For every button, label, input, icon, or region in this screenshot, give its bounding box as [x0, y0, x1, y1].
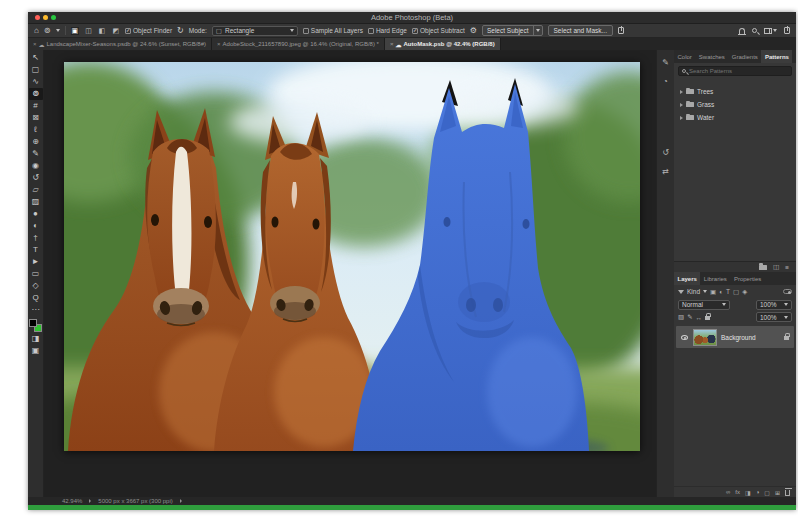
add-to-selection-mode-button[interactable]: ◫ — [84, 27, 93, 35]
search-icon[interactable] — [752, 28, 757, 33]
gear-icon[interactable]: ⚙ — [470, 26, 477, 36]
filter-toggle-switch[interactable] — [783, 289, 792, 294]
collapsed-panel-icon[interactable]: ↺ — [662, 148, 669, 157]
layer-mask-icon[interactable]: ◨ — [745, 489, 751, 496]
workspace-switcher[interactable] — [764, 28, 777, 34]
path-selection-tool[interactable]: ► — [29, 256, 43, 268]
quick-mask-button[interactable]: ◨ — [29, 333, 43, 345]
zoom-tool[interactable]: Q — [29, 292, 43, 304]
canvas-area[interactable] — [44, 50, 656, 497]
eraser-tool[interactable]: ▱ — [29, 184, 43, 196]
tool-preset-icon[interactable]: ⊚ — [44, 26, 51, 36]
filter-funnel-icon[interactable] — [678, 290, 684, 294]
filter-smart-objects-icon[interactable]: ◈ — [742, 288, 747, 296]
checkbox-checked[interactable]: ✓ — [125, 28, 131, 34]
layer-row-background[interactable]: Background — [676, 326, 794, 348]
collapsed-panel-icon[interactable]: ◔ — [663, 77, 668, 86]
new-selection-mode-button[interactable]: ▣ — [71, 27, 80, 35]
search-input[interactable] — [689, 68, 779, 74]
layer-effects-icon[interactable]: fx — [735, 489, 740, 495]
sample-all-layers-checkbox[interactable]: Sample All Layers — [303, 27, 363, 34]
canvas-image[interactable] — [64, 62, 640, 451]
lock-paint-icon[interactable]: ✎ — [687, 313, 692, 321]
collapsed-panel-icon[interactable]: ⇄ — [662, 167, 669, 176]
screen-mode-button[interactable]: ▣ — [29, 345, 43, 357]
disclosure-triangle-icon[interactable] — [680, 116, 683, 120]
home-icon[interactable]: ⌂ — [34, 26, 39, 36]
export-share-icon[interactable] — [784, 27, 790, 34]
collapsed-panel-icon[interactable]: ✎ — [662, 58, 669, 67]
lock-position-icon[interactable]: ↔ — [696, 314, 703, 321]
filter-shape-layers-icon[interactable]: ▢ — [733, 288, 739, 296]
checkbox-checked[interactable]: ✓ — [412, 28, 418, 34]
gradient-tool[interactable]: ▨ — [29, 196, 43, 208]
intersect-selection-mode-button[interactable]: ◩ — [111, 27, 120, 35]
blur-tool[interactable]: ● — [29, 208, 43, 220]
color-swatches[interactable] — [29, 319, 42, 332]
adjustment-layer-icon[interactable]: ◑ — [756, 489, 760, 495]
move-tool[interactable]: ↖ — [29, 52, 43, 64]
layer-thumbnail[interactable] — [693, 329, 717, 346]
select-and-mask-button[interactable]: Select and Mask... — [548, 25, 613, 36]
document-tab[interactable]: × AdobeStock_211657890.jpeg @ 16.4% (Ori… — [212, 38, 385, 50]
new-layer-icon[interactable]: ⊞ — [775, 489, 780, 496]
delete-layer-icon[interactable] — [785, 490, 790, 496]
fill-dropdown[interactable]: 100% — [756, 312, 792, 322]
clone-stamp-tool[interactable]: ◉ — [29, 160, 43, 172]
select-subject-button[interactable]: Select Subject — [482, 25, 543, 36]
chevron-down-icon[interactable] — [56, 29, 60, 32]
filter-kind-label[interactable]: Kind — [687, 288, 700, 295]
tab-libraries[interactable]: Libraries — [700, 272, 730, 285]
mode-dropdown[interactable]: ▢ Rectangle — [212, 26, 298, 36]
disclosure-triangle-icon[interactable] — [680, 90, 683, 94]
zoom-window-button[interactable] — [51, 15, 56, 20]
filter-type-layers-icon[interactable]: T — [726, 288, 730, 295]
tab-properties[interactable]: Properties — [730, 272, 764, 285]
share-icon[interactable] — [618, 27, 624, 34]
document-tab-active[interactable]: × ☁ AutoMask.psb @ 42.4% (RGB/8) — [385, 38, 501, 50]
checkbox-unchecked[interactable] — [303, 28, 309, 34]
history-brush-tool[interactable]: ↺ — [29, 172, 43, 184]
frame-tool[interactable]: ⊠ — [29, 112, 43, 124]
adjustments-icon[interactable]: ◫ — [773, 263, 779, 271]
disclosure-triangle-icon[interactable] — [680, 103, 683, 107]
object-finder-checkbox[interactable]: ✓ Object Finder — [125, 27, 172, 34]
brush-tool[interactable]: ✎ — [29, 148, 43, 160]
video-progress-bar[interactable] — [28, 505, 796, 510]
blend-mode-dropdown[interactable]: Normal — [678, 300, 730, 310]
tab-swatches[interactable]: Swatches — [695, 50, 728, 63]
lock-all-icon[interactable] — [705, 316, 710, 320]
tab-patterns[interactable]: Patterns — [761, 50, 792, 63]
filter-pixel-layers-icon[interactable]: ▣ — [710, 288, 716, 296]
panel-menu-icon[interactable]: ≡ — [785, 264, 789, 271]
chevron-down-icon[interactable] — [703, 290, 707, 293]
folder-icon[interactable] — [759, 265, 767, 270]
refresh-icon[interactable]: ↻ — [177, 26, 184, 36]
pattern-folder-grass[interactable]: Grass — [674, 98, 796, 111]
dodge-tool[interactable]: ◐ — [29, 220, 43, 232]
zoom-level[interactable]: 42.94% — [62, 498, 82, 504]
lock-transparency-icon[interactable]: ▨ — [678, 313, 684, 321]
type-tool[interactable]: T — [29, 244, 43, 256]
status-options-chevron-icon[interactable] — [180, 499, 182, 503]
opacity-dropdown[interactable]: 100% — [756, 300, 792, 310]
close-window-button[interactable] — [35, 15, 40, 20]
pen-tool[interactable]: † — [29, 232, 43, 244]
tab-gradients[interactable]: Gradients — [728, 50, 761, 63]
edit-toolbar-icon[interactable]: ⋯ — [29, 304, 43, 316]
minimize-window-button[interactable] — [43, 15, 48, 20]
close-icon[interactable]: × — [33, 41, 37, 47]
object-selection-tool[interactable]: ⊚ — [29, 88, 43, 100]
checkbox-unchecked[interactable] — [368, 28, 374, 34]
foreground-color-swatch[interactable] — [29, 319, 37, 327]
patterns-search-field[interactable] — [678, 66, 792, 76]
new-group-icon[interactable]: ▢ — [764, 489, 770, 496]
pattern-folder-water[interactable]: Water — [674, 111, 796, 124]
crop-tool[interactable]: # — [29, 100, 43, 112]
rectangle-shape-tool[interactable]: ▭ — [29, 268, 43, 280]
filter-adjustment-layers-icon[interactable]: ◐ — [719, 288, 723, 295]
close-icon[interactable]: × — [217, 41, 221, 47]
tab-layers[interactable]: Layers — [674, 272, 700, 285]
subtract-from-selection-mode-button[interactable]: ◧ — [98, 27, 107, 35]
rectangular-marquee-tool[interactable]: ▢ — [29, 64, 43, 76]
